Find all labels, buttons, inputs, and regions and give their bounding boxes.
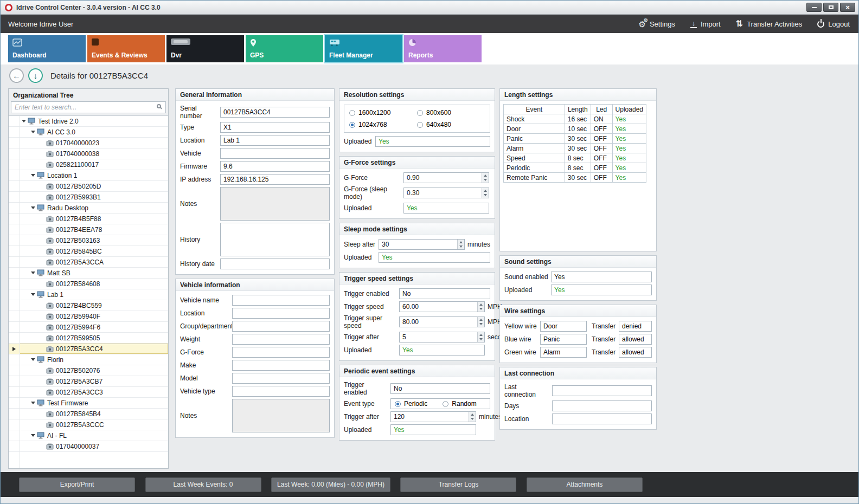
vehicle-location-input[interactable] (232, 308, 330, 319)
table-row[interactable]: Panic 30 sec OFF Yes (504, 134, 646, 144)
type-input[interactable] (220, 122, 330, 133)
expander-icon[interactable] (31, 402, 37, 404)
settings-button[interactable]: ⚙⚙ Settings (638, 20, 675, 28)
tree-node-row[interactable]: 00127B599505 (9, 333, 168, 344)
tree-node-row[interactable]: Lab 1 (9, 289, 168, 300)
back-button[interactable]: ← (9, 68, 24, 83)
table-row[interactable]: Speed 8 sec OFF Yes (504, 153, 646, 163)
footer-button[interactable]: Export/Print (19, 477, 135, 492)
tree-node-row[interactable]: AI - FL (9, 430, 168, 441)
tree-node-row[interactable]: Florin (9, 354, 168, 365)
event-type-option[interactable]: Periodic (395, 400, 427, 408)
history-textarea[interactable] (220, 223, 330, 256)
gforce-sleep-mode-input[interactable] (403, 188, 489, 198)
table-row[interactable]: Door 10 sec OFF Yes (504, 124, 646, 134)
footer-button[interactable]: Last Week: 0.00 (Miles) - 0.00 (MPH) (271, 477, 390, 492)
model-input[interactable] (232, 373, 330, 384)
firmware-input[interactable] (220, 161, 330, 172)
tree-node-row[interactable]: 00127B4EEA78 (9, 224, 168, 235)
vehicle-input[interactable] (220, 148, 330, 159)
history-date-input[interactable] (220, 259, 330, 269)
serial-number-input[interactable] (220, 107, 330, 118)
expander-icon[interactable] (31, 174, 37, 177)
sound-enabled-input[interactable] (551, 272, 652, 282)
logout-button[interactable]: Logout (817, 20, 850, 28)
tree-node-row[interactable]: Location 1 (9, 170, 168, 181)
tree-node-row[interactable]: 025821100017 (9, 159, 168, 170)
tree-node-row[interactable]: 00127B503163 (9, 235, 168, 246)
tree-node-row[interactable]: 00127B5993B1 (9, 192, 168, 203)
resolution-option[interactable]: 1024x768 (349, 121, 417, 128)
tree-node-row[interactable]: 00127B50205D (9, 181, 168, 192)
last-connection-input[interactable] (552, 385, 652, 396)
location-input[interactable] (220, 135, 330, 146)
trigger-speed-input[interactable] (399, 301, 485, 312)
tab-fleet-manager[interactable]: Fleet Manager (325, 35, 402, 62)
expander-icon[interactable] (31, 272, 37, 274)
tree-node-row[interactable]: 00127B502076 (9, 365, 168, 376)
footer-button[interactable]: Last Week Events: 0 (145, 477, 261, 492)
tab-reports[interactable]: Reports (404, 35, 482, 62)
table-row[interactable]: Remote Panic 30 sec OFF Yes (504, 173, 646, 183)
tree-node-row[interactable]: 00127B5994F6 (9, 322, 168, 333)
resolution-option[interactable]: 1600x1200 (349, 109, 417, 117)
expander-icon[interactable] (31, 293, 37, 296)
spinner-icon[interactable] (482, 173, 489, 183)
tree-node-row[interactable]: 00127B4B5F88 (9, 214, 168, 224)
tree-node-row[interactable]: 00127B5845B4 (9, 409, 168, 419)
expander-icon[interactable] (22, 120, 28, 122)
tree-search-input[interactable] (11, 101, 166, 113)
vehicle-name-input[interactable] (232, 295, 330, 306)
tree-node-row[interactable]: 00127B5A3CB7 (9, 376, 168, 387)
vehicle-type-input[interactable] (232, 386, 330, 397)
weight-input[interactable] (232, 334, 330, 345)
tree-node-row[interactable]: 017040000037 (9, 441, 168, 452)
resolution-option[interactable]: 800x600 (417, 109, 485, 117)
vehicle-notes-textarea[interactable] (232, 399, 330, 432)
tab-gps[interactable]: GPS (246, 35, 323, 62)
tree-node-row[interactable]: 00127B5A3CC4 (9, 344, 168, 354)
ip-address-input[interactable] (220, 174, 330, 185)
scroll-down-button[interactable]: ↓ (28, 68, 43, 83)
wire-event-input[interactable] (540, 347, 587, 358)
notes-textarea[interactable] (220, 187, 330, 221)
tree-node-row[interactable]: Test Idrive 2.0 (9, 116, 168, 127)
table-row[interactable]: Alarm 30 sec OFF Yes (504, 144, 646, 153)
tab-dashboard[interactable]: Dashboard (8, 35, 86, 62)
trigger-after-input[interactable] (399, 332, 485, 343)
window-maximize-button[interactable] (823, 3, 838, 12)
tab-dvr[interactable]: Dvr (166, 35, 244, 62)
spinner-icon[interactable] (477, 317, 484, 327)
tree-node-row[interactable]: 017040000038 (9, 148, 168, 159)
tree-node-row[interactable]: 00127B5A3CCC (9, 419, 168, 430)
window-minimize-button[interactable] (806, 3, 822, 12)
spinner-icon[interactable] (482, 188, 489, 198)
footer-button[interactable]: Attachments (527, 477, 643, 492)
tree-node-row[interactable]: AI CC 3.0 (9, 127, 168, 138)
footer-button[interactable]: Transfer Logs (400, 477, 516, 492)
expander-icon[interactable] (31, 358, 37, 361)
wire-event-input[interactable] (540, 334, 587, 345)
tree-node-row[interactable]: Test Firmware (9, 398, 168, 409)
group-department-input[interactable] (232, 321, 330, 332)
tree-node-row[interactable]: 00127B584608 (9, 279, 168, 289)
tree-node-row[interactable]: 00127B5A3CC3 (9, 387, 168, 398)
expander-icon[interactable] (31, 434, 37, 437)
tab-events-reviews[interactable]: Events & Reviews (87, 35, 165, 62)
tree-node-row[interactable]: 00127B4BC559 (9, 300, 168, 311)
spinner-icon[interactable] (469, 412, 476, 422)
table-row[interactable]: Shock 16 sec ON Yes (504, 114, 646, 124)
trigger-enabled-input[interactable] (399, 288, 490, 299)
wire-transfer-input[interactable] (619, 334, 652, 345)
tree-node-row[interactable]: Matt SB (9, 268, 168, 279)
expander-icon[interactable] (31, 131, 37, 133)
expander-icon[interactable] (31, 206, 37, 209)
spinner-icon[interactable] (457, 240, 464, 249)
days-input[interactable] (552, 400, 652, 411)
tree-node-row[interactable]: 017040000023 (9, 138, 168, 148)
event-type-option[interactable]: Random (443, 400, 476, 408)
vehicle-gforce-input[interactable] (232, 347, 330, 358)
transfer-activities-button[interactable]: ⇅ Transfer Activities (736, 20, 803, 28)
spinner-icon[interactable] (477, 302, 484, 312)
tree-node-row[interactable]: 00127B5A3CCA (9, 257, 168, 268)
